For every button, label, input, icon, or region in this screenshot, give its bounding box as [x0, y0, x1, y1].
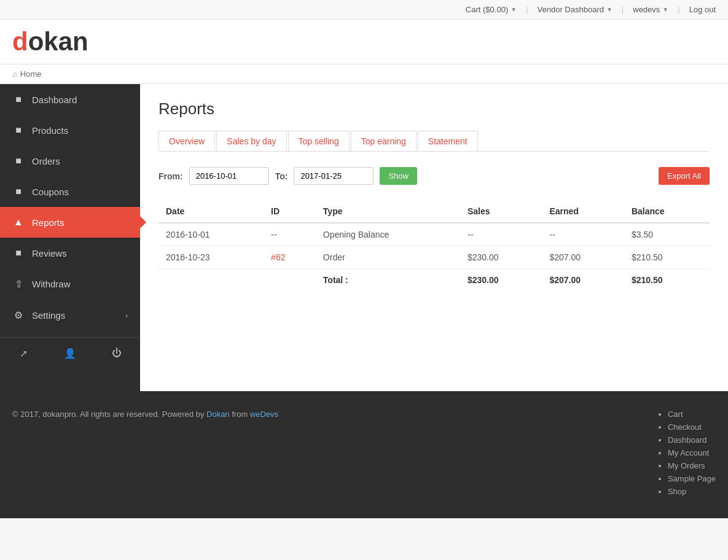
- footer-powered-by: Powered by: [162, 410, 205, 419]
- from-input[interactable]: [189, 167, 269, 185]
- sidebar-label-dashboard: Dashboard: [32, 95, 128, 105]
- row1-balance: $3.50: [624, 223, 710, 246]
- sidebar-item-dashboard[interactable]: ■ Dashboard: [0, 84, 140, 115]
- withdraw-icon: ⇧: [12, 278, 25, 290]
- header: dokan: [0, 20, 728, 64]
- footer: © 2017, dokanpro. All rights are reserve…: [0, 391, 728, 518]
- logo-rest: okan: [28, 27, 88, 56]
- to-label: To:: [275, 171, 288, 181]
- sidebar-item-coupons[interactable]: ■ Coupons: [0, 176, 140, 207]
- main-layout: ■ Dashboard ■ Products ■ Orders ■ Coupon…: [0, 84, 728, 391]
- tab-statement[interactable]: Statement: [418, 131, 478, 151]
- footer-link-samplepage[interactable]: Sample Page: [668, 474, 716, 483]
- sidebar-item-orders[interactable]: ■ Orders: [0, 146, 140, 176]
- order-link[interactable]: #62: [271, 252, 285, 262]
- row1-type: Opening Balance: [316, 223, 460, 246]
- footer-link-checkout[interactable]: Checkout: [668, 422, 702, 432]
- row1-earned: --: [542, 223, 624, 246]
- row1-sales: --: [460, 223, 542, 246]
- row2-date: 2016-10-23: [159, 246, 264, 269]
- home-icon: ⌂: [12, 69, 17, 79]
- total-earned: $207.00: [542, 269, 624, 292]
- logo-d: d: [12, 27, 28, 56]
- table-row: 2016-10-01 -- Opening Balance -- -- $3.5…: [159, 223, 710, 246]
- footer-copyright: © 2017, dokanpro. All rights are reserve…: [12, 410, 160, 419]
- footer-link-myorders[interactable]: My Orders: [668, 461, 705, 470]
- footer-from: from: [232, 410, 248, 419]
- breadcrumb: ⌂ Home: [0, 64, 728, 84]
- tab-top-selling[interactable]: Top selling: [288, 131, 350, 151]
- sidebar-label-settings: Settings: [32, 310, 118, 321]
- settings-arrow: ›: [125, 311, 128, 320]
- col-sales: Sales: [460, 200, 542, 223]
- row2-balance: $210.50: [624, 246, 710, 269]
- cart-label: Cart ($0.00): [466, 5, 508, 14]
- vendor-dashboard-label: Vendor Dashboard: [538, 5, 604, 14]
- col-date: Date: [159, 200, 264, 223]
- reports-icon: ▲: [12, 217, 25, 228]
- sidebar-label-reviews: Reviews: [32, 248, 128, 259]
- sidebar-bottom: ➚ 👤 ⏻: [0, 337, 140, 369]
- page-title: Reports: [159, 99, 710, 119]
- footer-link-dashboard[interactable]: Dashboard: [668, 435, 707, 445]
- cart-arrow: ▼: [511, 6, 517, 13]
- logout-button[interactable]: Log out: [689, 5, 716, 14]
- tab-overview[interactable]: Overview: [159, 131, 215, 151]
- total-balance: $210.50: [624, 269, 710, 292]
- total-sales: $230.00: [460, 269, 542, 292]
- tabs: Overview Sales by day Top selling Top ea…: [159, 131, 710, 152]
- row2-id[interactable]: #62: [264, 246, 316, 269]
- sidebar-item-products[interactable]: ■ Products: [0, 115, 140, 146]
- total-label: Total :: [316, 269, 460, 292]
- vendor-dashboard-menu[interactable]: Vendor Dashboard ▼: [538, 5, 613, 14]
- col-id: ID: [264, 200, 316, 223]
- col-balance: Balance: [624, 200, 710, 223]
- settings-icon: ⚙: [12, 309, 25, 321]
- show-button[interactable]: Show: [380, 167, 417, 185]
- sidebar-item-withdraw[interactable]: ⇧ Withdraw: [0, 268, 140, 300]
- from-label: From:: [159, 171, 183, 181]
- user-arrow: ▼: [662, 6, 668, 13]
- user-label: wedevs: [633, 5, 660, 14]
- footer-dokan-link[interactable]: Dokan: [206, 410, 230, 419]
- dashboard-icon: ■: [12, 94, 25, 105]
- content-area: Reports Overview Sales by day Top sellin…: [140, 84, 728, 391]
- row1-id: --: [264, 223, 316, 246]
- tab-sales-by-day[interactable]: Sales by day: [216, 131, 286, 151]
- sidebar-item-reports[interactable]: ▲ Reports: [0, 207, 140, 238]
- footer-wedevs-link[interactable]: weDevs: [250, 410, 278, 419]
- sidebar-label-orders: Orders: [32, 156, 128, 166]
- sidebar-label-withdraw: Withdraw: [32, 279, 128, 289]
- sidebar-power-icon[interactable]: ⏻: [93, 338, 140, 369]
- table-row: 2016-10-23 #62 Order $230.00 $207.00 $21…: [159, 246, 710, 269]
- sidebar-item-reviews[interactable]: ■ Reviews: [0, 238, 140, 268]
- vendor-arrow: ▼: [606, 6, 613, 13]
- coupons-icon: ■: [12, 186, 25, 197]
- footer-left: © 2017, dokanpro. All rights are reserve…: [12, 410, 278, 419]
- cart-menu[interactable]: Cart ($0.00) ▼: [466, 5, 517, 14]
- sidebar-external-link-icon[interactable]: ➚: [0, 338, 47, 369]
- tab-top-earning[interactable]: Top earning: [351, 131, 417, 151]
- row2-earned: $207.00: [542, 246, 624, 269]
- row2-sales: $230.00: [460, 246, 542, 269]
- logo: dokan: [12, 29, 716, 55]
- footer-link-myaccount[interactable]: My Account: [668, 448, 709, 457]
- sidebar-user-icon[interactable]: 👤: [47, 338, 93, 369]
- sidebar: ■ Dashboard ■ Products ■ Orders ■ Coupon…: [0, 84, 140, 391]
- top-bar: Cart ($0.00) ▼ | Vendor Dashboard ▼ | we…: [0, 0, 728, 20]
- export-button[interactable]: Export All: [659, 167, 710, 185]
- reviews-icon: ■: [12, 247, 25, 259]
- col-earned: Earned: [542, 200, 624, 223]
- user-menu[interactable]: wedevs ▼: [633, 5, 668, 14]
- orders-icon: ■: [12, 155, 25, 166]
- sidebar-item-settings[interactable]: ⚙ Settings ›: [0, 300, 140, 331]
- sidebar-label-coupons: Coupons: [32, 187, 128, 197]
- footer-link-cart[interactable]: Cart: [668, 410, 683, 419]
- breadcrumb-home[interactable]: Home: [20, 69, 42, 79]
- col-type: Type: [316, 200, 460, 223]
- to-input[interactable]: [294, 167, 374, 185]
- total-row: Total : $230.00 $207.00 $210.50: [159, 269, 710, 292]
- row2-type: Order: [316, 246, 460, 269]
- row1-date: 2016-10-01: [159, 223, 264, 246]
- footer-link-shop[interactable]: Shop: [668, 487, 686, 496]
